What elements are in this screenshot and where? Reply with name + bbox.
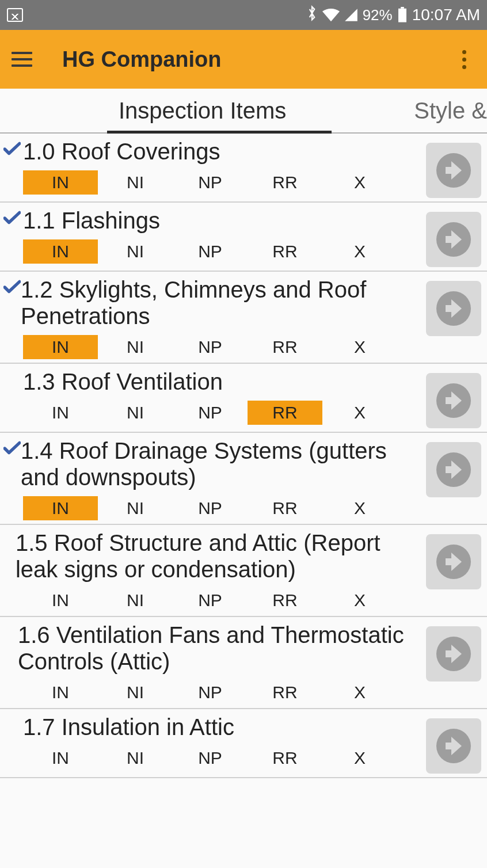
status-option-ni[interactable]: NI: [98, 170, 173, 195]
status-option-np[interactable]: NP: [173, 588, 248, 612]
battery-percent: 92%: [363, 6, 393, 24]
overflow-menu-button[interactable]: [452, 45, 475, 73]
status-option-in[interactable]: IN: [23, 588, 98, 612]
detail-arrow-button[interactable]: [426, 281, 481, 336]
wifi-icon: [322, 8, 340, 22]
photo-icon: [7, 8, 23, 22]
status-option-rr[interactable]: RR: [248, 746, 322, 770]
inspection-row: 1.5 Roof Structure and Attic (Report lea…: [0, 525, 487, 617]
status-option-in[interactable]: IN: [23, 496, 98, 520]
battery-icon: [397, 7, 408, 23]
inspection-item-title: 1.2 Skylights, Chimneys and Roof Penetra…: [21, 276, 421, 329]
tab-bar: Inspection Items Style &: [0, 89, 487, 134]
status-options: INNINPRRX: [23, 335, 421, 359]
status-option-rr[interactable]: RR: [248, 588, 322, 612]
inspection-item-title: 1.3 Roof Ventilation: [23, 368, 227, 395]
status-bar: 92% 10:07 AM: [0, 0, 487, 30]
checkmark-icon: [0, 138, 23, 159]
status-option-x[interactable]: X: [322, 746, 397, 770]
checkmark-icon: [0, 368, 23, 372]
status-option-x[interactable]: X: [322, 335, 397, 359]
status-options: INNINPRRX: [23, 239, 421, 264]
status-option-ni[interactable]: NI: [98, 680, 173, 705]
status-option-np[interactable]: NP: [173, 680, 248, 705]
checkmark-icon: [0, 530, 16, 533]
status-option-rr[interactable]: RR: [248, 170, 322, 195]
status-option-x[interactable]: X: [322, 170, 397, 195]
status-option-rr[interactable]: RR: [248, 335, 322, 359]
detail-arrow-button[interactable]: [426, 143, 481, 198]
status-option-in[interactable]: IN: [23, 401, 98, 425]
app-bar: HG Companion: [0, 30, 487, 89]
status-option-ni[interactable]: NI: [98, 496, 173, 520]
detail-arrow-button[interactable]: [426, 718, 481, 774]
status-option-np[interactable]: NP: [173, 170, 248, 195]
tab-indicator: [107, 131, 332, 134]
inspection-item-title: 1.4 Roof Drainage Systems (gutters and d…: [21, 437, 421, 490]
checkmark-icon: [0, 714, 23, 717]
status-option-rr[interactable]: RR: [248, 680, 322, 705]
inspection-item-title: 1.6 Ventilation Fans and Thermostatic Co…: [18, 622, 421, 675]
status-option-in[interactable]: IN: [23, 239, 98, 264]
status-option-in[interactable]: IN: [23, 680, 98, 705]
status-option-in[interactable]: IN: [23, 746, 98, 770]
status-options: INNINPRRX: [23, 401, 421, 425]
status-options: INNINPRRX: [23, 496, 421, 520]
status-option-x[interactable]: X: [322, 680, 397, 705]
status-options: INNINPRRX: [23, 588, 421, 612]
status-option-x[interactable]: X: [322, 588, 397, 612]
inspection-item-title: 1.5 Roof Structure and Attic (Report lea…: [16, 530, 421, 583]
status-option-np[interactable]: NP: [173, 496, 248, 520]
bluetooth-icon: [306, 5, 318, 25]
detail-arrow-button[interactable]: [426, 212, 481, 267]
detail-arrow-button[interactable]: [426, 373, 481, 428]
app-title: HG Companion: [62, 47, 452, 72]
status-option-x[interactable]: X: [322, 239, 397, 264]
status-option-ni[interactable]: NI: [98, 401, 173, 425]
status-option-ni[interactable]: NI: [98, 239, 173, 264]
status-option-np[interactable]: NP: [173, 239, 248, 264]
checkmark-icon: [0, 622, 18, 625]
status-option-ni[interactable]: NI: [98, 335, 173, 359]
checkmark-icon: [0, 276, 21, 297]
status-option-x[interactable]: X: [322, 401, 397, 425]
checkmark-icon: [0, 437, 21, 458]
status-option-rr[interactable]: RR: [248, 239, 322, 264]
inspection-item-title: 1.7 Insulation in Attic: [23, 714, 239, 740]
cell-signal-icon: [344, 8, 358, 22]
hamburger-menu-button[interactable]: [12, 45, 39, 73]
tab-inspection-items[interactable]: Inspection Items: [107, 89, 298, 132]
status-option-ni[interactable]: NI: [98, 746, 173, 770]
status-option-rr[interactable]: RR: [248, 401, 322, 425]
status-option-ni[interactable]: NI: [98, 588, 173, 612]
checkmark-icon: [0, 207, 23, 228]
inspection-item-title: 1.0 Roof Coverings: [23, 138, 225, 165]
detail-arrow-button[interactable]: [426, 626, 481, 682]
status-option-in[interactable]: IN: [23, 335, 98, 359]
inspection-row: 1.7 Insulation in AtticINNINPRRX: [0, 709, 487, 778]
status-option-x[interactable]: X: [322, 496, 397, 520]
status-options: INNINPRRX: [23, 746, 421, 770]
inspection-row: 1.1 FlashingsINNINPRRX: [0, 203, 487, 272]
inspection-row: 1.3 Roof VentilationINNINPRRX: [0, 364, 487, 433]
inspection-row: 1.6 Ventilation Fans and Thermostatic Co…: [0, 617, 487, 709]
status-options: INNINPRRX: [23, 680, 421, 705]
inspection-row: 1.4 Roof Drainage Systems (gutters and d…: [0, 433, 487, 525]
inspection-item-title: 1.1 Flashings: [23, 207, 165, 234]
detail-arrow-button[interactable]: [426, 442, 481, 497]
detail-arrow-button[interactable]: [426, 534, 481, 589]
status-option-in[interactable]: IN: [23, 170, 98, 195]
status-options: INNINPRRX: [23, 170, 421, 195]
status-option-np[interactable]: NP: [173, 401, 248, 425]
status-option-np[interactable]: NP: [173, 746, 248, 770]
clock-time: 10:07 AM: [412, 6, 480, 24]
status-option-rr[interactable]: RR: [248, 496, 322, 520]
svg-rect-1: [398, 9, 406, 22]
inspection-row: 1.2 Skylights, Chimneys and Roof Penetra…: [0, 272, 487, 364]
inspection-item-list: 1.0 Roof CoveringsINNINPRRX1.1 Flashings…: [0, 134, 487, 778]
status-option-np[interactable]: NP: [173, 335, 248, 359]
inspection-row: 1.0 Roof CoveringsINNINPRRX: [0, 134, 487, 203]
tab-style[interactable]: Style &: [402, 89, 487, 132]
svg-rect-0: [401, 7, 404, 9]
